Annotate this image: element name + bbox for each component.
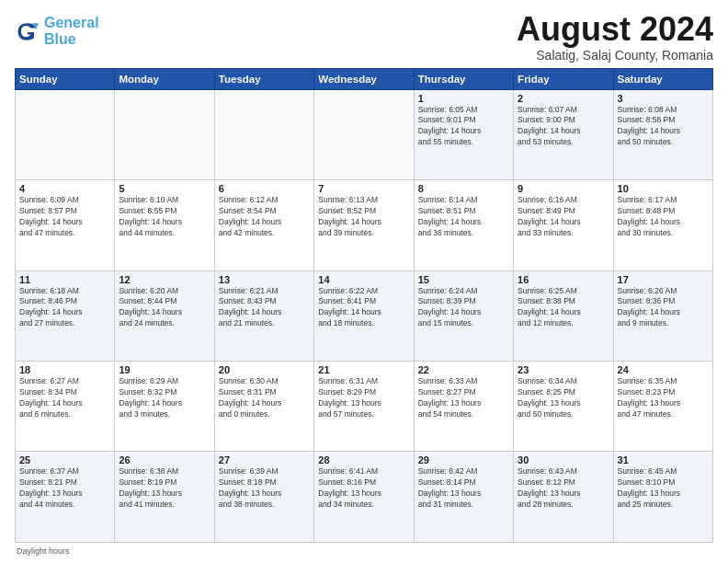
day-info: Sunrise: 6:20 AM Sunset: 8:44 PM Dayligh… (119, 286, 210, 330)
calendar-cell (214, 89, 313, 179)
day-number: 28 (318, 454, 409, 465)
calendar-cell: 30Sunrise: 6:43 AM Sunset: 8:12 PM Dayli… (514, 452, 613, 543)
day-info: Sunrise: 6:26 AM Sunset: 8:36 PM Dayligh… (618, 286, 709, 330)
brand-blue: Blue (44, 31, 76, 47)
calendar-cell: 31Sunrise: 6:45 AM Sunset: 8:10 PM Dayli… (613, 452, 712, 543)
col-wednesday: Wednesday (314, 68, 414, 89)
calendar-cell (314, 89, 414, 179)
day-number: 3 (618, 93, 709, 104)
calendar-cell (115, 89, 214, 179)
header-row: Sunday Monday Tuesday Wednesday Thursday… (16, 68, 713, 89)
day-number: 24 (618, 364, 709, 375)
day-info: Sunrise: 6:24 AM Sunset: 8:39 PM Dayligh… (418, 286, 509, 330)
day-info: Sunrise: 6:14 AM Sunset: 8:51 PM Dayligh… (418, 195, 509, 239)
day-number: 10 (618, 183, 709, 194)
day-number: 12 (119, 274, 210, 285)
day-number: 22 (418, 364, 509, 375)
calendar-cell: 1Sunrise: 6:05 AM Sunset: 9:01 PM Daylig… (414, 89, 513, 179)
day-info: Sunrise: 6:29 AM Sunset: 8:32 PM Dayligh… (119, 376, 210, 420)
footer-label: Daylight hours (17, 546, 70, 556)
day-number: 27 (219, 454, 310, 465)
day-info: Sunrise: 6:12 AM Sunset: 8:54 PM Dayligh… (219, 195, 310, 239)
day-number: 13 (219, 274, 310, 285)
day-info: Sunrise: 6:07 AM Sunset: 9:00 PM Dayligh… (518, 105, 609, 149)
day-number: 15 (418, 274, 509, 285)
calendar-cell: 10Sunrise: 6:17 AM Sunset: 8:48 PM Dayli… (613, 180, 712, 270)
calendar-cell: 7Sunrise: 6:13 AM Sunset: 8:52 PM Daylig… (314, 180, 414, 270)
calendar-cell: 8Sunrise: 6:14 AM Sunset: 8:51 PM Daylig… (414, 180, 513, 270)
calendar-cell: 26Sunrise: 6:38 AM Sunset: 8:19 PM Dayli… (115, 452, 214, 543)
day-info: Sunrise: 6:38 AM Sunset: 8:19 PM Dayligh… (119, 466, 210, 511)
logo-text: General Blue (44, 15, 99, 47)
calendar-week-5: 25Sunrise: 6:37 AM Sunset: 8:21 PM Dayli… (16, 452, 713, 543)
day-info: Sunrise: 6:31 AM Sunset: 8:29 PM Dayligh… (318, 376, 409, 420)
day-number: 7 (318, 183, 409, 194)
calendar-week-2: 4Sunrise: 6:09 AM Sunset: 8:57 PM Daylig… (16, 180, 713, 270)
day-info: Sunrise: 6:05 AM Sunset: 9:01 PM Dayligh… (418, 105, 509, 149)
page: General Blue August 2024 Salatig, Salaj … (0, 0, 728, 563)
calendar-cell: 28Sunrise: 6:41 AM Sunset: 8:16 PM Dayli… (314, 452, 414, 543)
calendar-week-3: 11Sunrise: 6:18 AM Sunset: 8:46 PM Dayli… (16, 270, 713, 361)
calendar-cell: 25Sunrise: 6:37 AM Sunset: 8:21 PM Dayli… (16, 452, 115, 543)
calendar-week-1: 1Sunrise: 6:05 AM Sunset: 9:01 PM Daylig… (16, 89, 713, 179)
day-number: 14 (318, 274, 409, 285)
calendar-cell: 6Sunrise: 6:12 AM Sunset: 8:54 PM Daylig… (214, 180, 313, 270)
day-number: 25 (19, 454, 110, 465)
day-info: Sunrise: 6:16 AM Sunset: 8:49 PM Dayligh… (518, 195, 609, 239)
day-info: Sunrise: 6:39 AM Sunset: 8:18 PM Dayligh… (219, 466, 310, 511)
logo-icon (15, 18, 40, 44)
day-number: 2 (518, 93, 609, 104)
day-number: 26 (119, 454, 210, 465)
calendar-cell: 15Sunrise: 6:24 AM Sunset: 8:39 PM Dayli… (414, 270, 513, 361)
day-info: Sunrise: 6:21 AM Sunset: 8:43 PM Dayligh… (219, 286, 310, 330)
day-info: Sunrise: 6:33 AM Sunset: 8:27 PM Dayligh… (418, 376, 509, 420)
col-thursday: Thursday (414, 68, 513, 89)
day-info: Sunrise: 6:27 AM Sunset: 8:34 PM Dayligh… (19, 376, 110, 420)
col-tuesday: Tuesday (214, 68, 313, 89)
calendar-cell: 20Sunrise: 6:30 AM Sunset: 8:31 PM Dayli… (214, 362, 313, 452)
calendar-cell: 14Sunrise: 6:22 AM Sunset: 8:41 PM Dayli… (314, 270, 414, 361)
calendar-subtitle: Salatig, Salaj County, Romania (517, 48, 713, 63)
calendar-title: August 2024 (517, 11, 713, 48)
brand-general: General (44, 15, 99, 30)
day-info: Sunrise: 6:13 AM Sunset: 8:52 PM Dayligh… (318, 195, 409, 239)
day-info: Sunrise: 6:45 AM Sunset: 8:10 PM Dayligh… (618, 466, 709, 511)
title-area: August 2024 Salatig, Salaj County, Roman… (517, 11, 713, 63)
calendar-cell: 5Sunrise: 6:10 AM Sunset: 8:55 PM Daylig… (115, 180, 214, 270)
day-number: 20 (219, 364, 310, 375)
day-number: 8 (418, 183, 509, 194)
day-number: 16 (518, 274, 609, 285)
day-info: Sunrise: 6:10 AM Sunset: 8:55 PM Dayligh… (119, 195, 210, 239)
day-number: 30 (518, 454, 609, 465)
day-info: Sunrise: 6:25 AM Sunset: 8:38 PM Dayligh… (518, 286, 609, 330)
day-info: Sunrise: 6:22 AM Sunset: 8:41 PM Dayligh… (318, 286, 409, 330)
calendar-week-4: 18Sunrise: 6:27 AM Sunset: 8:34 PM Dayli… (16, 362, 713, 452)
calendar-cell: 2Sunrise: 6:07 AM Sunset: 9:00 PM Daylig… (514, 89, 613, 179)
col-monday: Monday (115, 68, 214, 89)
footer: Daylight hours (15, 546, 713, 556)
day-info: Sunrise: 6:17 AM Sunset: 8:48 PM Dayligh… (618, 195, 709, 239)
day-number: 9 (518, 183, 609, 194)
day-number: 6 (219, 183, 310, 194)
day-number: 21 (318, 364, 409, 375)
day-info: Sunrise: 6:35 AM Sunset: 8:23 PM Dayligh… (618, 376, 709, 420)
day-info: Sunrise: 6:37 AM Sunset: 8:21 PM Dayligh… (19, 466, 110, 511)
day-info: Sunrise: 6:18 AM Sunset: 8:46 PM Dayligh… (19, 286, 110, 330)
calendar-cell: 13Sunrise: 6:21 AM Sunset: 8:43 PM Dayli… (214, 270, 313, 361)
col-sunday: Sunday (16, 68, 115, 89)
day-info: Sunrise: 6:43 AM Sunset: 8:12 PM Dayligh… (518, 466, 609, 511)
calendar-cell: 4Sunrise: 6:09 AM Sunset: 8:57 PM Daylig… (16, 180, 115, 270)
day-number: 18 (19, 364, 110, 375)
calendar-body: 1Sunrise: 6:05 AM Sunset: 9:01 PM Daylig… (16, 89, 713, 542)
calendar-cell: 17Sunrise: 6:26 AM Sunset: 8:36 PM Dayli… (613, 270, 712, 361)
col-friday: Friday (514, 68, 613, 89)
day-info: Sunrise: 6:42 AM Sunset: 8:14 PM Dayligh… (418, 466, 509, 511)
day-number: 31 (618, 454, 709, 465)
calendar-cell: 16Sunrise: 6:25 AM Sunset: 8:38 PM Dayli… (514, 270, 613, 361)
calendar-cell: 11Sunrise: 6:18 AM Sunset: 8:46 PM Dayli… (16, 270, 115, 361)
day-info: Sunrise: 6:34 AM Sunset: 8:25 PM Dayligh… (518, 376, 609, 420)
calendar-cell: 27Sunrise: 6:39 AM Sunset: 8:18 PM Dayli… (214, 452, 313, 543)
day-info: Sunrise: 6:41 AM Sunset: 8:16 PM Dayligh… (318, 466, 409, 511)
day-number: 23 (518, 364, 609, 375)
calendar-cell: 3Sunrise: 6:08 AM Sunset: 8:58 PM Daylig… (613, 89, 712, 179)
